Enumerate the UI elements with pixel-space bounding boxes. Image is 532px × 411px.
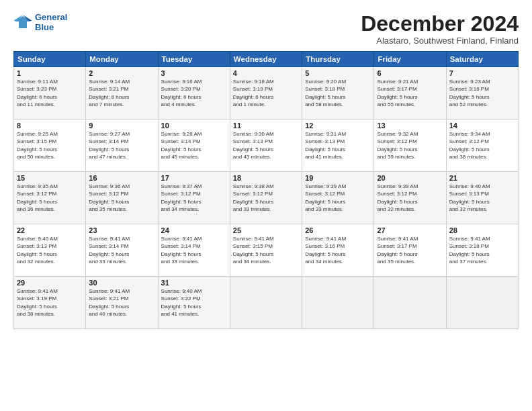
day-number: 31 <box>161 279 227 287</box>
day-info: Sunrise: 9:16 AM Sunset: 3:20 PM Dayligh… <box>161 78 227 108</box>
calendar-cell: 8Sunrise: 9:25 AM Sunset: 3:15 PM Daylig… <box>14 120 86 172</box>
day-info: Sunrise: 9:11 AM Sunset: 3:23 PM Dayligh… <box>17 78 83 108</box>
day-info: Sunrise: 9:41 AM Sunset: 3:14 PM Dayligh… <box>89 235 154 265</box>
day-number: 19 <box>305 174 371 182</box>
day-number: 4 <box>233 69 299 77</box>
calendar-cell: 29Sunrise: 9:41 AM Sunset: 3:19 PM Dayli… <box>14 277 86 329</box>
day-info: Sunrise: 9:41 AM Sunset: 3:15 PM Dayligh… <box>233 235 299 265</box>
day-number: 10 <box>161 122 227 130</box>
calendar-cell: 10Sunrise: 9:28 AM Sunset: 3:14 PM Dayli… <box>158 120 230 172</box>
day-info: Sunrise: 9:35 AM Sunset: 3:12 PM Dayligh… <box>17 183 83 213</box>
weekday-header-saturday: Saturday <box>446 52 518 67</box>
calendar-cell: 13Sunrise: 9:32 AM Sunset: 3:12 PM Dayli… <box>374 120 446 172</box>
calendar-cell: 7Sunrise: 9:23 AM Sunset: 3:16 PM Daylig… <box>446 67 518 120</box>
day-number: 11 <box>233 122 299 130</box>
day-number: 29 <box>17 279 83 287</box>
day-info: Sunrise: 9:27 AM Sunset: 3:14 PM Dayligh… <box>89 130 154 161</box>
day-info: Sunrise: 9:37 AM Sunset: 3:12 PM Dayligh… <box>161 183 227 213</box>
calendar-cell: 30Sunrise: 9:41 AM Sunset: 3:21 PM Dayli… <box>86 277 158 329</box>
calendar-cell: 1Sunrise: 9:11 AM Sunset: 3:23 PM Daylig… <box>14 67 86 120</box>
calendar-cell: 20Sunrise: 9:39 AM Sunset: 3:12 PM Dayli… <box>374 172 446 224</box>
day-number: 24 <box>161 226 227 234</box>
calendar-page: General Blue December 2024 Alastaro, Sou… <box>0 0 532 411</box>
weekday-header-wednesday: Wednesday <box>230 52 302 67</box>
day-info: Sunrise: 9:23 AM Sunset: 3:16 PM Dayligh… <box>449 78 515 108</box>
day-info: Sunrise: 9:14 AM Sunset: 3:21 PM Dayligh… <box>89 78 154 108</box>
calendar-cell: 23Sunrise: 9:41 AM Sunset: 3:14 PM Dayli… <box>86 224 158 277</box>
day-info: Sunrise: 9:41 AM Sunset: 3:21 PM Dayligh… <box>89 287 154 318</box>
day-info: Sunrise: 9:18 AM Sunset: 3:19 PM Dayligh… <box>233 78 299 108</box>
day-number: 27 <box>377 226 443 234</box>
calendar-cell: 5Sunrise: 9:20 AM Sunset: 3:18 PM Daylig… <box>302 67 374 120</box>
calendar-cell: 24Sunrise: 9:41 AM Sunset: 3:14 PM Dayli… <box>158 224 230 277</box>
day-number: 6 <box>377 69 443 77</box>
calendar-cell: 9Sunrise: 9:27 AM Sunset: 3:14 PM Daylig… <box>86 120 158 172</box>
weekday-header-thursday: Thursday <box>302 52 374 67</box>
day-info: Sunrise: 9:36 AM Sunset: 3:12 PM Dayligh… <box>89 183 154 213</box>
calendar-cell: 2Sunrise: 9:14 AM Sunset: 3:21 PM Daylig… <box>86 67 158 120</box>
day-number: 9 <box>89 122 154 130</box>
calendar-cell: 27Sunrise: 9:41 AM Sunset: 3:17 PM Dayli… <box>374 224 446 277</box>
calendar-cell: 17Sunrise: 9:37 AM Sunset: 3:12 PM Dayli… <box>158 172 230 224</box>
day-number: 3 <box>161 69 227 77</box>
day-number: 12 <box>305 122 371 130</box>
logo: General Blue <box>13 12 67 32</box>
day-info: Sunrise: 9:28 AM Sunset: 3:14 PM Dayligh… <box>161 130 227 161</box>
day-info: Sunrise: 9:41 AM Sunset: 3:17 PM Dayligh… <box>377 235 443 265</box>
calendar-subtitle: Alastaro, Southwest Finland, Finland <box>361 36 519 46</box>
svg-marker-0 <box>15 16 31 28</box>
day-number: 23 <box>89 226 154 234</box>
calendar-cell: 25Sunrise: 9:41 AM Sunset: 3:15 PM Dayli… <box>230 224 302 277</box>
day-info: Sunrise: 9:41 AM Sunset: 3:19 PM Dayligh… <box>17 287 83 318</box>
header: General Blue December 2024 Alastaro, Sou… <box>13 12 519 46</box>
calendar-table: SundayMondayTuesdayWednesdayThursdayFrid… <box>13 51 519 329</box>
day-number: 5 <box>305 69 371 77</box>
title-block: December 2024 Alastaro, Southwest Finlan… <box>361 12 519 46</box>
day-number: 20 <box>377 174 443 182</box>
calendar-cell: 3Sunrise: 9:16 AM Sunset: 3:20 PM Daylig… <box>158 67 230 120</box>
calendar-cell: 19Sunrise: 9:39 AM Sunset: 3:12 PM Dayli… <box>302 172 374 224</box>
day-number: 15 <box>17 174 83 182</box>
calendar-cell: 4Sunrise: 9:18 AM Sunset: 3:19 PM Daylig… <box>230 67 302 120</box>
calendar-cell: 16Sunrise: 9:36 AM Sunset: 3:12 PM Dayli… <box>86 172 158 224</box>
day-info: Sunrise: 9:39 AM Sunset: 3:12 PM Dayligh… <box>377 183 443 213</box>
day-info: Sunrise: 9:41 AM Sunset: 3:16 PM Dayligh… <box>305 235 371 265</box>
day-info: Sunrise: 9:21 AM Sunset: 3:17 PM Dayligh… <box>377 78 443 108</box>
day-info: Sunrise: 9:32 AM Sunset: 3:12 PM Dayligh… <box>377 130 443 161</box>
day-number: 2 <box>89 69 154 77</box>
day-number: 16 <box>89 174 154 182</box>
logo-text: General Blue <box>35 12 67 32</box>
calendar-cell <box>302 277 374 329</box>
day-number: 14 <box>449 122 515 130</box>
weekday-header-sunday: Sunday <box>14 52 86 67</box>
day-number: 30 <box>89 279 154 287</box>
week-row-2: 8Sunrise: 9:25 AM Sunset: 3:15 PM Daylig… <box>14 120 519 172</box>
calendar-cell <box>374 277 446 329</box>
weekday-header-friday: Friday <box>374 52 446 67</box>
day-number: 22 <box>17 226 83 234</box>
day-info: Sunrise: 9:25 AM Sunset: 3:15 PM Dayligh… <box>17 130 83 161</box>
day-info: Sunrise: 9:31 AM Sunset: 3:13 PM Dayligh… <box>305 130 371 161</box>
calendar-cell: 6Sunrise: 9:21 AM Sunset: 3:17 PM Daylig… <box>374 67 446 120</box>
day-info: Sunrise: 9:40 AM Sunset: 3:13 PM Dayligh… <box>17 235 83 265</box>
calendar-cell: 26Sunrise: 9:41 AM Sunset: 3:16 PM Dayli… <box>302 224 374 277</box>
calendar-cell: 15Sunrise: 9:35 AM Sunset: 3:12 PM Dayli… <box>14 172 86 224</box>
day-number: 17 <box>161 174 227 182</box>
day-number: 26 <box>305 226 371 234</box>
week-row-3: 15Sunrise: 9:35 AM Sunset: 3:12 PM Dayli… <box>14 172 519 224</box>
day-number: 7 <box>449 69 515 77</box>
day-info: Sunrise: 9:39 AM Sunset: 3:12 PM Dayligh… <box>305 183 371 213</box>
day-number: 21 <box>449 174 515 182</box>
day-info: Sunrise: 9:38 AM Sunset: 3:12 PM Dayligh… <box>233 183 299 213</box>
day-number: 18 <box>233 174 299 182</box>
calendar-cell: 31Sunrise: 9:40 AM Sunset: 3:22 PM Dayli… <box>158 277 230 329</box>
calendar-cell <box>230 277 302 329</box>
calendar-cell: 18Sunrise: 9:38 AM Sunset: 3:12 PM Dayli… <box>230 172 302 224</box>
day-info: Sunrise: 9:34 AM Sunset: 3:12 PM Dayligh… <box>449 130 515 161</box>
calendar-cell: 22Sunrise: 9:40 AM Sunset: 3:13 PM Dayli… <box>14 224 86 277</box>
day-info: Sunrise: 9:30 AM Sunset: 3:13 PM Dayligh… <box>233 130 299 161</box>
calendar-cell: 14Sunrise: 9:34 AM Sunset: 3:12 PM Dayli… <box>446 120 518 172</box>
day-info: Sunrise: 9:20 AM Sunset: 3:18 PM Dayligh… <box>305 78 371 108</box>
day-info: Sunrise: 9:40 AM Sunset: 3:13 PM Dayligh… <box>449 183 515 213</box>
day-number: 1 <box>17 69 83 77</box>
